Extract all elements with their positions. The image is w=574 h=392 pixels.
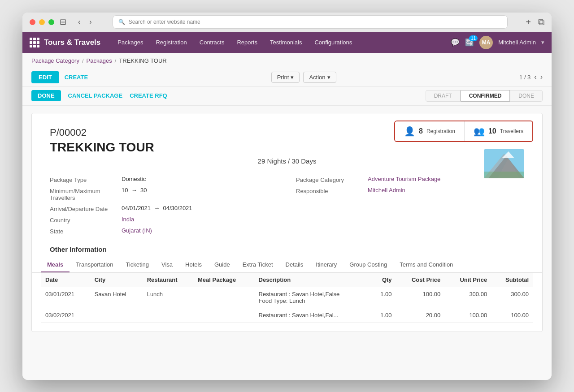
- print-label: Print: [277, 74, 289, 81]
- svg-rect-4: [484, 172, 524, 178]
- travellers-label: Travellers: [500, 128, 523, 134]
- tab-transportation[interactable]: Transportation: [70, 258, 119, 272]
- row1-date: 03/01/2021: [41, 287, 90, 308]
- other-info-title: Other Information: [32, 246, 542, 258]
- done-button[interactable]: DONE: [31, 90, 61, 101]
- pkg-category-value[interactable]: Adventure Tourism Package: [368, 176, 440, 182]
- nav-registration[interactable]: Registration: [149, 32, 193, 53]
- tab-details[interactable]: Details: [279, 258, 310, 272]
- package-type-value: Domestic: [122, 176, 146, 182]
- next-record-button[interactable]: ›: [540, 73, 543, 81]
- row1-unit-price: 300.00: [445, 287, 491, 308]
- breadcrumb-package-category[interactable]: Package Category: [31, 57, 79, 64]
- grid-icon[interactable]: [30, 38, 39, 47]
- form-section: Package Type Domestic Minimum/MaximumTra…: [32, 174, 542, 246]
- add-tab-button[interactable]: +: [526, 17, 531, 27]
- row2-cost-price: 20.00: [396, 308, 445, 322]
- row2-unit-price: 100.00: [445, 308, 491, 322]
- sidebar-toggle-button[interactable]: ⊟: [60, 17, 66, 27]
- chat-icon[interactable]: 💬: [451, 38, 460, 47]
- tab-group-costing[interactable]: Group Costing: [343, 258, 393, 272]
- create-button[interactable]: CREATE: [65, 74, 88, 81]
- workflow-confirmed[interactable]: CONFIRMED: [461, 90, 510, 102]
- tab-itinerary[interactable]: Itinerary: [309, 258, 343, 272]
- user-menu-chevron[interactable]: ▾: [541, 39, 544, 46]
- tab-meals[interactable]: Meals: [41, 258, 70, 272]
- registration-icon: 👤: [404, 126, 415, 137]
- row2-date: 03/02/2021: [41, 308, 90, 322]
- cancel-package-button[interactable]: CANCEL PACKAGE: [68, 92, 123, 99]
- nav-testimonials[interactable]: Testimonials: [264, 32, 309, 53]
- row1-meal-package: [193, 287, 254, 308]
- row1-subtotal: 300.00: [491, 287, 533, 308]
- tab-extra-ticket[interactable]: Extra Ticket: [236, 258, 279, 272]
- tour-image: [484, 149, 524, 178]
- app-navbar: Tours & Travels Packages Registration Co…: [22, 32, 552, 53]
- workflow-draft[interactable]: DRAFT: [426, 90, 461, 102]
- travellers-icon: 👥: [474, 126, 485, 137]
- nav-configurations[interactable]: Configurations: [308, 32, 358, 53]
- tab-hotels[interactable]: Hotels: [179, 258, 208, 272]
- breadcrumb-sep-2: /: [115, 57, 117, 64]
- mac-window-controls: [30, 19, 54, 25]
- row2-description: Restaurant : Savan Hotel,Fal...: [254, 308, 370, 322]
- action-chevron-icon: ▾: [327, 74, 330, 81]
- nav-packages[interactable]: Packages: [111, 32, 149, 53]
- action-button[interactable]: Action ▾: [303, 72, 336, 83]
- responsible-row: Responsible Mitchell Admin: [296, 185, 524, 196]
- breadcrumb-packages[interactable]: Packages: [87, 57, 112, 64]
- main-nav: Packages Registration Contracts Reports …: [111, 32, 451, 53]
- tab-terms-condition[interactable]: Terms and Condition: [393, 258, 459, 272]
- back-button[interactable]: ‹: [75, 17, 83, 27]
- smart-buttons: 👤 8 Registration 👥 10 Travellers: [394, 121, 533, 142]
- tab-overview-button[interactable]: ⧉: [538, 17, 544, 27]
- nav-contracts[interactable]: Contracts: [193, 32, 231, 53]
- registration-count: 8: [419, 127, 423, 135]
- maximize-button[interactable]: [48, 19, 54, 25]
- address-bar[interactable]: 🔍 Search or enter website name: [113, 15, 508, 29]
- create-rfq-button[interactable]: CREATE RFQ: [130, 92, 167, 99]
- minimize-button[interactable]: [39, 19, 45, 25]
- tabs: Meals Transportation Ticketing Visa Hote…: [41, 258, 533, 272]
- table-row: 03/02/2021 Restaurant : Savan Hotel,Fal.…: [41, 308, 533, 322]
- package-type-label: Package Type: [50, 176, 122, 183]
- user-name[interactable]: Mitchell Admin: [498, 39, 536, 46]
- pkg-category-label: Package Category: [296, 176, 368, 183]
- avatar[interactable]: MA: [479, 36, 493, 49]
- travellers-value: 10 → 30: [122, 187, 147, 194]
- print-chevron-icon: ▾: [291, 74, 294, 81]
- form-right: Package Category Adventure Tourism Packa…: [296, 174, 524, 237]
- nav-reports[interactable]: Reports: [230, 32, 264, 53]
- responsible-value[interactable]: Mitchell Admin: [368, 187, 405, 194]
- breadcrumb-current: TREKKING TOUR: [119, 57, 166, 64]
- registration-smart-button[interactable]: 👤 8 Registration: [395, 121, 465, 141]
- mac-window: ⊟ ‹ › 🔍 Search or enter website name + ⧉…: [22, 13, 552, 380]
- row2-restaurant: [143, 308, 193, 322]
- main-content: 👤 8 Registration 👥 10 Travellers P/00002…: [22, 106, 552, 380]
- dates-label: Arrival/Departure Date: [50, 205, 122, 212]
- workflow-done[interactable]: DONE: [510, 90, 543, 102]
- country-value[interactable]: India: [122, 216, 134, 223]
- row1-restaurant: Lunch: [143, 287, 193, 308]
- print-button[interactable]: Print ▾: [271, 72, 300, 83]
- tabs-container: Meals Transportation Ticketing Visa Hote…: [32, 258, 542, 273]
- close-button[interactable]: [30, 19, 35, 25]
- tab-ticketing[interactable]: Ticketing: [119, 258, 155, 272]
- prev-record-button[interactable]: ‹: [534, 73, 536, 81]
- workflow-steps: DRAFT CONFIRMED DONE: [426, 90, 543, 102]
- forward-button[interactable]: ›: [87, 17, 94, 27]
- row2-qty: 1.00: [370, 308, 396, 322]
- breadcrumb-sep-1: /: [82, 57, 84, 64]
- search-icon: 🔍: [118, 19, 125, 25]
- travellers-smart-button[interactable]: 👥 10 Travellers: [465, 121, 532, 141]
- dates-row: Arrival/Departure Date 04/01/2021 → 04/3…: [50, 203, 278, 214]
- col-meal-package: Meal Package: [193, 273, 254, 287]
- edit-button[interactable]: EDIT: [31, 71, 59, 83]
- dates-value: 04/01/2021 → 04/30/2021: [122, 205, 192, 211]
- refresh-icon[interactable]: 🔄 11: [465, 38, 474, 47]
- state-value[interactable]: Gujarat (IN): [122, 227, 152, 234]
- tab-visa[interactable]: Visa: [155, 258, 179, 272]
- registration-label: Registration: [426, 128, 455, 134]
- tab-guide[interactable]: Guide: [208, 258, 236, 272]
- travellers-label: Minimum/MaximumTravellers: [50, 187, 122, 201]
